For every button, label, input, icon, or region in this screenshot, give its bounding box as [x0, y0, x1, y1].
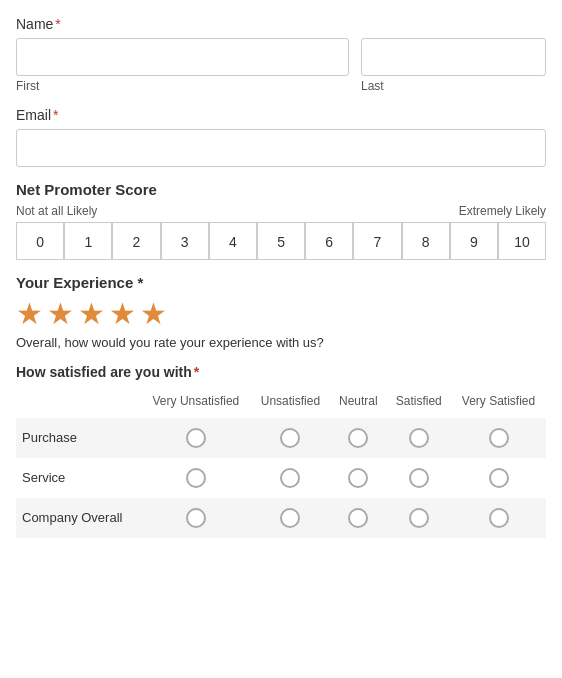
sat-col-header-3: Neutral — [330, 390, 386, 418]
radio-circle-1-2[interactable] — [280, 468, 300, 488]
radio-circle-1-3[interactable] — [348, 468, 368, 488]
sat-radio-0-4[interactable] — [387, 418, 452, 458]
radio-circle-2-3[interactable] — [348, 508, 368, 528]
nps-btn-7[interactable]: 7 — [353, 222, 401, 260]
sat-radio-2-4[interactable] — [387, 498, 452, 538]
star-4[interactable]: ★ — [109, 299, 136, 329]
last-name-input[interactable] — [361, 38, 546, 76]
sat-col-header-5: Very Satisfied — [451, 390, 546, 418]
nps-btn-10[interactable]: 10 — [498, 222, 546, 260]
nps-btn-1[interactable]: 1 — [64, 222, 112, 260]
sat-col-header-row — [16, 390, 141, 418]
nps-btn-5[interactable]: 5 — [257, 222, 305, 260]
sat-col-header-2: Unsatisfied — [251, 390, 330, 418]
radio-circle-1-4[interactable] — [409, 468, 429, 488]
radio-circle-2-5[interactable] — [489, 508, 509, 528]
nps-very-likely: Extremely Likely — [459, 204, 546, 218]
nps-buttons: 012345678910 — [16, 222, 546, 260]
nps-btn-0[interactable]: 0 — [16, 222, 64, 260]
stars-row[interactable]: ★ ★ ★ ★ ★ — [16, 299, 546, 329]
sat-radio-2-2[interactable] — [251, 498, 330, 538]
first-name-col: First — [16, 38, 349, 93]
sat-row-label-0: Purchase — [16, 418, 141, 458]
radio-circle-0-4[interactable] — [409, 428, 429, 448]
sat-radio-1-1[interactable] — [141, 458, 251, 498]
email-required: * — [53, 107, 58, 123]
nps-section: Net Promoter Score Not at all Likely Ext… — [16, 181, 546, 260]
first-label: First — [16, 79, 349, 93]
name-field-group: Name* First Last — [16, 16, 546, 93]
nps-labels: Not at all Likely Extremely Likely — [16, 204, 546, 218]
radio-circle-2-4[interactable] — [409, 508, 429, 528]
experience-title: Your Experience * — [16, 274, 546, 291]
email-field-group: Email* — [16, 107, 546, 167]
radio-circle-2-2[interactable] — [280, 508, 300, 528]
nps-btn-4[interactable]: 4 — [209, 222, 257, 260]
nps-btn-2[interactable]: 2 — [112, 222, 160, 260]
sat-radio-1-3[interactable] — [330, 458, 386, 498]
sat-radio-2-1[interactable] — [141, 498, 251, 538]
last-name-col: Last — [361, 38, 546, 93]
radio-circle-0-3[interactable] — [348, 428, 368, 448]
nps-btn-6[interactable]: 6 — [305, 222, 353, 260]
last-label: Last — [361, 79, 546, 93]
radio-circle-0-2[interactable] — [280, 428, 300, 448]
star-3[interactable]: ★ — [78, 299, 105, 329]
sat-col-header-4: Satisfied — [387, 390, 452, 418]
name-row: First Last — [16, 38, 546, 93]
sat-radio-0-3[interactable] — [330, 418, 386, 458]
email-label: Email* — [16, 107, 546, 123]
name-label: Name* — [16, 16, 546, 32]
table-row: Purchase — [16, 418, 546, 458]
radio-circle-0-5[interactable] — [489, 428, 509, 448]
experience-section: Your Experience * ★ ★ ★ ★ ★ Overall, how… — [16, 274, 546, 350]
sat-radio-0-5[interactable] — [451, 418, 546, 458]
radio-circle-2-1[interactable] — [186, 508, 206, 528]
sat-radio-1-4[interactable] — [387, 458, 452, 498]
sat-row-label-2: Company Overall — [16, 498, 141, 538]
satisfaction-table: Very UnsatisfiedUnsatisfiedNeutralSatisf… — [16, 390, 546, 538]
table-row: Service — [16, 458, 546, 498]
sat-row-label-1: Service — [16, 458, 141, 498]
sat-radio-2-5[interactable] — [451, 498, 546, 538]
name-label-text: Name — [16, 16, 53, 32]
radio-circle-1-1[interactable] — [186, 468, 206, 488]
sat-radio-0-2[interactable] — [251, 418, 330, 458]
nps-btn-9[interactable]: 9 — [450, 222, 498, 260]
star-5[interactable]: ★ — [140, 299, 167, 329]
satisfied-title-text: How satisfied are you with — [16, 364, 192, 380]
nps-btn-3[interactable]: 3 — [161, 222, 209, 260]
experience-required: * — [133, 274, 143, 291]
experience-title-text: Your Experience — [16, 274, 133, 291]
satisfied-required: * — [194, 364, 199, 380]
nps-not-likely: Not at all Likely — [16, 204, 97, 218]
radio-circle-1-5[interactable] — [489, 468, 509, 488]
sat-col-header-1: Very Unsatisfied — [141, 390, 251, 418]
satisfied-section: How satisfied are you with* Very Unsatis… — [16, 364, 546, 538]
first-name-input[interactable] — [16, 38, 349, 76]
star-1[interactable]: ★ — [16, 299, 43, 329]
radio-circle-0-1[interactable] — [186, 428, 206, 448]
sat-radio-2-3[interactable] — [330, 498, 386, 538]
email-input[interactable] — [16, 129, 546, 167]
satisfied-title: How satisfied are you with* — [16, 364, 546, 380]
table-row: Company Overall — [16, 498, 546, 538]
sat-radio-1-5[interactable] — [451, 458, 546, 498]
experience-text: Overall, how would you rate your experie… — [16, 335, 546, 350]
name-required: * — [55, 16, 60, 32]
nps-title: Net Promoter Score — [16, 181, 546, 198]
nps-btn-8[interactable]: 8 — [402, 222, 450, 260]
sat-radio-0-1[interactable] — [141, 418, 251, 458]
star-2[interactable]: ★ — [47, 299, 74, 329]
sat-radio-1-2[interactable] — [251, 458, 330, 498]
email-label-text: Email — [16, 107, 51, 123]
